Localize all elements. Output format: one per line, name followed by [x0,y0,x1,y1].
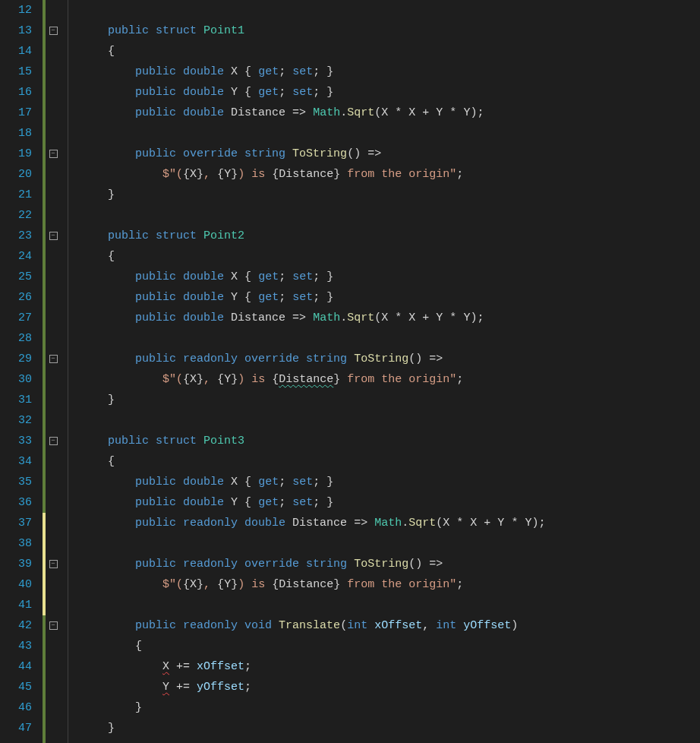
token-text [176,517,183,530]
assign-stmt[interactable]: X += xOffset; [80,656,700,677]
token-text [285,311,292,324]
code-line[interactable] [80,328,700,349]
fold-toggle-icon[interactable]: − [49,560,58,568]
token-id_Y: Y [224,578,231,591]
method-decl[interactable]: public override string ToString() => [80,144,700,164]
expr-property[interactable]: public readonly double Distance => Math.… [80,513,700,533]
token-p_semi: ; [477,106,484,119]
code-line[interactable]: } [80,718,700,738]
expr-property[interactable]: public double Distance => Math.Sqrt(X * … [80,103,700,123]
code-line[interactable] [80,533,700,554]
token-p_cbrace: } [326,291,333,304]
token-text [80,701,135,714]
code-editor[interactable]: 1213141516171819202122232425262728293031… [0,0,700,743]
marker-row: − [46,349,61,369]
marker-row [46,677,61,697]
code-line[interactable]: } [80,390,700,410]
interp-string[interactable]: $"({X}, {Y}) is {Distance} from the orig… [80,164,700,185]
token-text [285,106,292,119]
fold-toggle-icon[interactable]: − [49,621,58,630]
marker-row [46,369,61,390]
token-p_obrace: { [244,476,251,488]
token-p_oparen: ( [340,619,347,632]
property-decl[interactable]: public double Y { get; set; } [80,287,700,308]
token-text [306,106,313,119]
code-line[interactable] [80,123,700,144]
property-decl[interactable]: public double X { get; set; } [80,472,700,492]
struct-decl[interactable]: public struct Point2 [80,226,700,246]
interp-string[interactable]: $"({X}, {Y}) is {Distance} from the orig… [80,574,700,595]
method-decl[interactable]: public readonly void Translate(int xOffs… [80,615,700,636]
token-p_cbrace: } [326,476,333,488]
code-line[interactable] [80,410,700,431]
token-kw_override: override [183,147,238,160]
token-p_semi: ; [313,496,320,509]
property-decl[interactable]: public double X { get; set; } [80,62,700,82]
interp-string[interactable]: $"({X}, {Y}) is {Distance} from the orig… [80,369,700,390]
token-kw_get: get [258,86,279,99]
code-line[interactable]: { [80,246,700,267]
token-text [422,558,429,571]
expr-property[interactable]: public double Distance => Math.Sqrt(X * … [80,308,700,328]
struct-decl[interactable]: public struct Point1 [80,21,700,41]
code-area[interactable]: public struct Point1 { public double X {… [77,0,700,743]
struct-decl[interactable]: public struct Point3 [80,431,700,451]
token-id_Distance: Distance [279,168,333,181]
token-meth_Sqrt: Sqrt [347,311,374,324]
token-text [190,681,197,694]
marker-row [46,410,61,431]
fold-toggle-icon[interactable]: − [49,27,58,35]
fold-toggle-icon[interactable]: − [49,150,58,158]
token-p_oparen: ( [374,311,381,324]
token-kw_public: public [135,517,176,530]
code-line[interactable] [80,595,700,615]
line-number: 44 [0,656,32,677]
token-id_Distance: Distance [231,106,285,119]
blank-line[interactable] [80,0,700,21]
token-p_arrow: => [354,517,367,530]
token-p_semi: ; [279,270,285,283]
line-number: 36 [0,492,32,513]
token-text [80,291,135,304]
token-p_semi: ; [456,168,463,181]
token-text [320,496,326,509]
token-meth_ToString: ToString [354,353,408,365]
code-line[interactable]: { [80,451,700,472]
token-text [456,619,463,632]
token-id_X: X [470,517,477,530]
token-text [176,270,183,283]
line-number: 37 [0,513,32,533]
token-p_semi: ; [313,291,320,304]
token-p_cbrace: } [333,578,340,591]
line-number: 12 [0,0,32,21]
line-number: 35 [0,472,32,492]
marker-row: − [46,21,61,41]
token-str_interp_mid1: , [203,168,217,181]
assign-stmt[interactable]: Y += yOffset; [80,677,700,697]
property-decl[interactable]: public double Y { get; set; } [80,492,700,513]
token-type_Math: Math [313,311,340,324]
property-decl[interactable]: public double Y { get; set; } [80,82,700,103]
token-kw_public: public [135,147,176,160]
token-str_interp_mid2: ) is [238,168,272,181]
code-line[interactable]: { [80,41,700,62]
fold-toggle-icon[interactable]: − [49,437,58,445]
token-str_interp_end: from the origin" [340,373,456,386]
token-kw_struct: struct [156,229,197,242]
method-decl[interactable]: public readonly override string ToString… [80,349,700,369]
code-line[interactable]: } [80,185,700,205]
code-line[interactable] [80,205,700,226]
token-text [224,311,231,324]
token-text [367,517,374,530]
marker-row [46,328,61,349]
method-decl[interactable]: public readonly override string ToString… [80,554,700,574]
code-line[interactable]: } [80,697,700,718]
fold-toggle-icon[interactable]: − [49,355,58,363]
token-text [320,86,326,99]
token-kw_public: public [108,435,149,447]
property-decl[interactable]: public double X { get; set; } [80,267,700,287]
fold-toggle-icon[interactable]: − [49,232,58,240]
token-id_Y: Y [224,373,231,386]
token-kw_public: public [135,86,176,99]
code-line[interactable]: { [80,636,700,656]
